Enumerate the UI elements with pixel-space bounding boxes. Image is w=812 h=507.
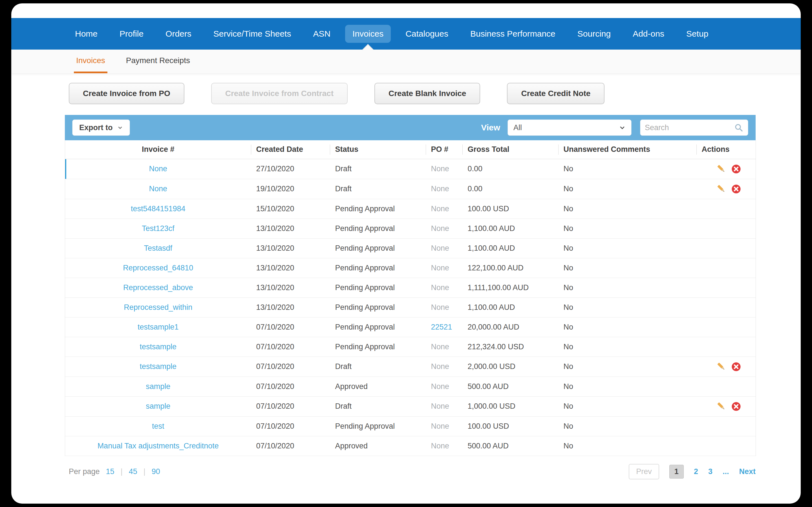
invoice-cell: sample	[65, 377, 251, 396]
delete-icon[interactable]	[731, 402, 741, 411]
create-credit-note-button[interactable]: Create Credit Note	[507, 83, 605, 104]
invoice-link[interactable]: Reprocessed_64810	[123, 264, 193, 272]
table-toolbar: Export to View All	[65, 115, 756, 140]
invoice-link[interactable]: None	[149, 184, 167, 193]
invoice-link[interactable]: Testasdf	[144, 244, 172, 252]
delete-icon[interactable]	[731, 184, 741, 194]
invoices-table: Invoice #Created DateStatusPO #Gross Tot…	[65, 140, 756, 456]
row-actions	[702, 397, 756, 416]
gross-total-cell: 100.00 USD	[463, 416, 559, 436]
delete-icon[interactable]	[731, 362, 741, 372]
po-cell: None	[426, 179, 463, 199]
created-date-cell: 07/10/2020	[251, 396, 330, 416]
comments-cell: No	[559, 179, 697, 199]
nav-item-asn[interactable]: ASN	[306, 25, 338, 43]
created-date-cell: 13/10/2020	[251, 238, 330, 258]
column-header-unanswered-comments: Unanswered Comments	[559, 140, 697, 159]
created-date-cell: 07/10/2020	[251, 356, 330, 377]
status-cell: Pending Approval	[330, 199, 426, 219]
nav-item-add-ons[interactable]: Add-ons	[625, 25, 672, 43]
next-page-button[interactable]: Next	[739, 467, 756, 476]
gross-total-cell: 1,100.00 AUD	[463, 238, 559, 258]
prev-page-button[interactable]: Prev	[629, 464, 659, 480]
gross-total-cell: 0.00	[463, 159, 559, 179]
nav-item-sourcing[interactable]: Sourcing	[570, 25, 618, 43]
export-button-label: Export to	[79, 123, 113, 132]
action-buttons: Create Invoice from POCreate Invoice fro…	[69, 83, 756, 104]
create-invoice-from-po-button[interactable]: Create Invoice from PO	[69, 83, 185, 104]
po-cell: None	[426, 278, 463, 297]
invoice-link[interactable]: sample	[146, 402, 170, 410]
table-row: sample07/10/2020ApprovedNone500.00 AUDNo	[65, 377, 756, 396]
comments-cell: No	[559, 278, 697, 297]
status-cell: Pending Approval	[330, 416, 426, 436]
po-cell: None	[426, 258, 463, 278]
table-row: Test123cf13/10/2020Pending ApprovalNone1…	[65, 219, 756, 238]
comments-cell: No	[559, 219, 697, 238]
page-3-link[interactable]: 3	[708, 467, 712, 476]
nav-item-service-time-sheets[interactable]: Service/Time Sheets	[206, 25, 299, 43]
page-2-link[interactable]: 2	[694, 467, 698, 476]
created-date-cell: 07/10/2020	[251, 317, 330, 337]
invoice-link[interactable]: sample	[146, 382, 170, 391]
table-row: Reprocessed_6481013/10/2020Pending Appro…	[65, 258, 756, 278]
per-page-option-15[interactable]: 15	[106, 467, 114, 476]
export-button[interactable]: Export to	[72, 119, 130, 136]
edit-icon[interactable]	[716, 361, 727, 372]
create-blank-invoice-button[interactable]: Create Blank Invoice	[374, 83, 480, 104]
gross-total-cell: 20,000.00 AUD	[463, 317, 559, 337]
delete-icon[interactable]	[731, 164, 741, 174]
status-cell: Draft	[330, 356, 426, 377]
invoice-link[interactable]: testsample	[140, 342, 176, 351]
created-date-cell: 13/10/2020	[251, 219, 330, 238]
nav-item-catalogues[interactable]: Catalogues	[398, 25, 456, 43]
nav-item-profile[interactable]: Profile	[112, 25, 151, 43]
actions-cell	[697, 297, 756, 317]
invoice-cell: Manual Tax adjustments_Creditnote	[65, 436, 251, 456]
view-select[interactable]: All	[507, 119, 631, 136]
table-row: testsample07/10/2020Pending ApprovalNone…	[65, 337, 756, 356]
subnav-item-payment-receipts[interactable]: Payment Receipts	[124, 50, 192, 73]
invoice-link[interactable]: None	[149, 165, 167, 173]
invoice-link[interactable]: test5484151984	[131, 205, 186, 213]
nav-item-business-performance[interactable]: Business Performance	[463, 25, 563, 43]
invoice-link[interactable]: Reprocessed_above	[123, 283, 193, 292]
nav-item-invoices[interactable]: Invoices	[345, 25, 391, 43]
search-icon[interactable]	[734, 123, 744, 132]
invoice-link[interactable]: test	[152, 422, 164, 431]
nav-item-home[interactable]: Home	[68, 25, 105, 43]
status-cell: Pending Approval	[330, 219, 426, 238]
actions-cell	[697, 356, 756, 377]
invoice-link[interactable]: Test123cf	[142, 224, 174, 233]
invoice-link[interactable]: Reprocessed_within	[124, 303, 192, 312]
created-date-cell: 07/10/2020	[251, 337, 330, 356]
pager: Prev123...Next	[629, 464, 756, 480]
per-page-option-45[interactable]: 45	[129, 467, 137, 476]
edit-icon[interactable]	[716, 164, 727, 174]
subnav-item-invoices[interactable]: Invoices	[74, 50, 107, 73]
po-cell: None	[426, 297, 463, 317]
invoice-link[interactable]: Manual Tax adjustments_Creditnote	[98, 442, 219, 450]
table-row: Reprocessed_above13/10/2020Pending Appro…	[65, 278, 756, 297]
gross-total-cell: 500.00 AUD	[463, 436, 559, 456]
table-row: test07/10/2020Pending ApprovalNone100.00…	[65, 416, 756, 436]
invoice-link[interactable]: testsample	[140, 362, 176, 371]
table-row: test548415198415/10/2020Pending Approval…	[65, 199, 756, 219]
created-date-cell: 13/10/2020	[251, 278, 330, 297]
nav-item-setup[interactable]: Setup	[679, 25, 716, 43]
per-page-option-90[interactable]: 90	[152, 467, 160, 476]
edit-icon[interactable]	[716, 184, 727, 194]
edit-icon[interactable]	[716, 401, 727, 412]
invoices-table-card: Export to View All Invoice #Created Date…	[65, 115, 756, 456]
created-date-cell: 07/10/2020	[251, 377, 330, 396]
search-input[interactable]	[645, 123, 734, 132]
invoice-link[interactable]: testsample1	[138, 323, 179, 331]
current-page[interactable]: 1	[669, 465, 684, 478]
actions-cell	[697, 377, 756, 396]
po-link[interactable]: 22521	[431, 323, 452, 331]
chevron-down-icon	[619, 124, 626, 131]
created-date-cell: 19/10/2020	[251, 179, 330, 199]
status-cell: Pending Approval	[330, 278, 426, 297]
page-ellipsis[interactable]: ...	[723, 467, 729, 476]
nav-item-orders[interactable]: Orders	[158, 25, 199, 43]
